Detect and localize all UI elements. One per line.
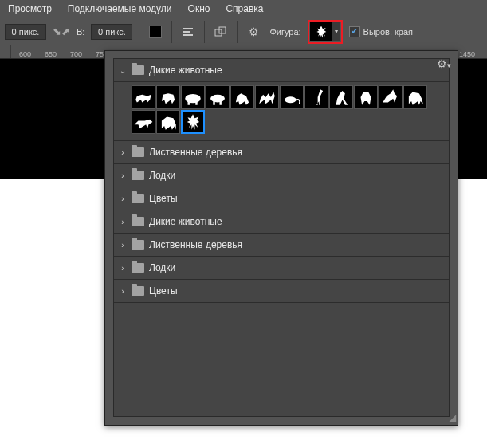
- folder-icon: [132, 194, 144, 203]
- group-name: Дикие животные: [149, 65, 222, 76]
- panel-list: ⌄ Дикие животные: [113, 58, 450, 417]
- shape-camel[interactable]: [255, 85, 279, 109]
- separator: [171, 21, 172, 43]
- chevron-right-icon: ›: [119, 241, 127, 250]
- menu-item-help[interactable]: Справка: [218, 0, 271, 18]
- folder-icon: [132, 217, 144, 226]
- shape-panther[interactable]: [132, 110, 155, 134]
- options-bar: 0 пикс. ⬊⬈ В: 0 пикс. ⚙ Фигура: ▾ ✔ Выро…: [0, 18, 487, 45]
- chevron-right-icon: ›: [119, 195, 127, 203]
- svg-rect-6: [188, 101, 190, 105]
- menu-item-plugins[interactable]: Подключаемые модули: [60, 0, 180, 18]
- height-field[interactable]: 0 пикс.: [91, 24, 132, 40]
- folder-icon: [132, 263, 144, 273]
- shape-kangaroo[interactable]: [329, 85, 353, 109]
- shape-hippo2[interactable]: [206, 85, 230, 109]
- group-name: Лодки: [149, 170, 175, 181]
- group-header[interactable]: › Дикие животные: [114, 210, 449, 234]
- menu-item-view[interactable]: Просмотр: [0, 0, 60, 18]
- align-edges-checkbox[interactable]: ✔ Выров. края: [349, 26, 413, 37]
- group-name: Лиственные деревья: [149, 147, 242, 158]
- shape-hippo[interactable]: [181, 85, 205, 109]
- chevron-right-icon: ›: [119, 171, 127, 180]
- shape-rat[interactable]: [280, 85, 304, 109]
- menu-bar: Просмотр Подключаемые модули Окно Справк…: [0, 0, 487, 18]
- shape-thumbnails: [114, 82, 449, 141]
- shape-bear[interactable]: [156, 85, 180, 109]
- gear-icon[interactable]: ⚙: [244, 22, 263, 41]
- group-header[interactable]: › Лодки: [114, 257, 449, 280]
- chevron-down-icon: ⌄: [119, 66, 127, 75]
- shape-picker-button[interactable]: [310, 22, 332, 41]
- separator: [139, 21, 139, 43]
- link-wh-icon[interactable]: ⬊⬈: [53, 26, 70, 37]
- folder-icon: [132, 65, 144, 75]
- svg-rect-0: [183, 28, 193, 29]
- width-field[interactable]: 0 пикс.: [5, 24, 46, 40]
- resize-handle-icon[interactable]: ◢: [449, 412, 456, 423]
- group-name: Дикие животные: [149, 216, 222, 227]
- shape-label: Фигура:: [269, 27, 300, 37]
- separator: [237, 21, 238, 43]
- group-name: Лиственные деревья: [149, 239, 242, 250]
- svg-rect-10: [219, 101, 221, 105]
- chevron-right-icon: ›: [119, 287, 127, 296]
- shape-group-expanded: ⌄ Дикие животные: [114, 59, 449, 141]
- shape-giraffe[interactable]: [304, 85, 328, 109]
- shape-antelope[interactable]: [379, 85, 403, 109]
- svg-rect-2: [183, 34, 193, 36]
- svg-rect-7: [195, 101, 197, 105]
- group-name: Цветы: [149, 193, 178, 204]
- checkbox-icon: ✔: [349, 26, 360, 37]
- menu-item-window[interactable]: Окно: [180, 0, 218, 18]
- svg-rect-9: [213, 101, 214, 105]
- folder-icon: [132, 240, 144, 250]
- shape-lion[interactable]: [230, 85, 254, 109]
- height-label: В:: [77, 27, 84, 37]
- shape-picker-highlight: ▾: [308, 20, 343, 44]
- shape-picker-panel: ⚙▾ ⌄ Дикие животные: [104, 50, 458, 426]
- shape-rhino[interactable]: [132, 85, 155, 109]
- align-button[interactable]: [179, 22, 198, 41]
- shape-mammoth[interactable]: [403, 85, 427, 109]
- svg-point-8: [210, 95, 225, 103]
- arrange-button[interactable]: [211, 22, 230, 41]
- group-header[interactable]: › Лиственные деревья: [114, 234, 449, 257]
- fill-swatch[interactable]: [146, 22, 165, 41]
- group-header[interactable]: › Цветы: [114, 280, 449, 303]
- panel-gear-icon[interactable]: ⚙▾: [437, 57, 451, 70]
- shape-elephant[interactable]: [156, 110, 180, 134]
- separator: [204, 21, 205, 43]
- shape-gorilla[interactable]: [354, 85, 378, 109]
- svg-rect-4: [219, 27, 226, 33]
- align-edges-label: Выров. края: [363, 27, 413, 37]
- group-header[interactable]: › Лодки: [114, 164, 449, 187]
- group-header[interactable]: ⌄ Дикие животные: [114, 59, 449, 82]
- svg-rect-1: [183, 31, 190, 33]
- svg-point-11: [285, 96, 297, 103]
- svg-rect-3: [215, 29, 222, 36]
- shape-deer[interactable]: [181, 110, 205, 134]
- chevron-right-icon: ›: [119, 148, 127, 157]
- chevron-right-icon: ›: [119, 218, 127, 226]
- chevron-right-icon: ›: [119, 264, 127, 273]
- chevron-down-icon[interactable]: ▾: [332, 22, 340, 41]
- folder-icon: [132, 147, 144, 157]
- group-header[interactable]: › Цветы: [114, 187, 449, 210]
- svg-point-5: [185, 94, 201, 103]
- group-header[interactable]: › Лиственные деревья: [114, 141, 449, 164]
- group-name: Лодки: [149, 262, 175, 273]
- folder-icon: [132, 286, 144, 296]
- group-name: Цветы: [149, 285, 178, 297]
- folder-icon: [132, 171, 144, 180]
